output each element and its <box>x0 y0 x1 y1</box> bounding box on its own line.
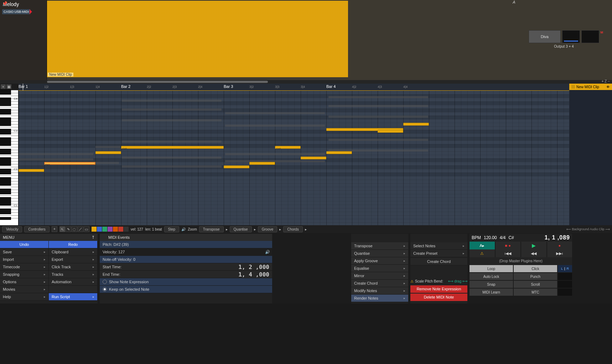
velocity-lane-button[interactable]: Velocity <box>2 226 22 232</box>
menu-item-export[interactable]: Export▸ <box>49 256 98 263</box>
midi-note[interactable] <box>403 123 429 126</box>
settings-icon[interactable]: ▦ <box>6 84 11 89</box>
color-swatch[interactable] <box>92 227 97 232</box>
midi-note[interactable]: G#2 <box>275 146 301 149</box>
output-slot-mute[interactable]: M <box>581 30 599 43</box>
scroll-thumb[interactable] <box>47 81 268 83</box>
controllers-lane-button[interactable]: Controllers <box>24 226 49 232</box>
playhead[interactable] <box>23 84 23 90</box>
audition-icon[interactable]: 🔊 <box>265 250 270 254</box>
scale-pitch-bend[interactable]: ⚠ Scale Pitch Bend: ⟷ drag ⟷ <box>410 278 467 285</box>
create-preset-menu[interactable]: Create Preset▸ <box>410 250 467 257</box>
ab-toggle[interactable]: A▸ <box>470 242 495 249</box>
step-button[interactable]: Step <box>164 226 180 232</box>
midi-note[interactable]: G#2 <box>121 146 224 149</box>
color-swatch[interactable] <box>102 227 107 232</box>
midi-note[interactable] <box>19 169 44 172</box>
menu-item-timecode[interactable]: Timecode▸ <box>0 263 49 271</box>
paint-tool-icon[interactable]: ▭ <box>84 226 89 232</box>
timesig-value[interactable]: 4/4 <box>500 235 506 240</box>
midi-note[interactable] <box>249 162 275 165</box>
midi-note[interactable] <box>301 157 326 159</box>
action-apply-groove[interactable]: Apply Groove▸ <box>351 257 408 265</box>
menu-item-snapping[interactable]: Snapping▸ <box>0 271 49 278</box>
menu-item-save[interactable]: Save▸ <box>0 248 49 256</box>
color-swatch[interactable] <box>108 227 113 232</box>
instrument-slot[interactable]: Diva <box>529 30 561 43</box>
undo-button[interactable]: Undo <box>0 241 49 248</box>
scroll-button[interactable]: Scroll <box>514 281 557 288</box>
menu-item-run-script[interactable]: Run Script▸ <box>49 293 98 301</box>
velocity-readout[interactable]: vel: 127 <box>131 227 143 231</box>
menu-item-movies[interactable]: Movies▸ <box>0 286 49 293</box>
pianoroll-ruler[interactable]: Bar 1Bar 2Bar 3Bar 41|21|31|42|22|32|43|… <box>19 84 569 91</box>
arranger-hscroll[interactable]: + Z − <box>0 80 612 84</box>
select-notes-menu[interactable]: Select Notes▸ <box>410 242 467 250</box>
rtz-button[interactable]: ı◀◀ <box>496 249 521 257</box>
rewind-button[interactable]: ◀◀ <box>521 249 546 257</box>
clip-tab[interactable]: New MIDI Clip 👁 <box>569 84 612 90</box>
menu-item-tracks[interactable]: Tracks▸ <box>49 271 98 278</box>
menu-item-automation[interactable]: Automation▸ <box>49 278 98 286</box>
track-header[interactable]: Melody CASIO USB-MIDI <box>0 0 47 80</box>
pianoroll-grid[interactable]: D#2G#2G#2 <box>19 91 569 225</box>
speaker-icon[interactable]: 🔊 <box>181 227 186 231</box>
groove-button[interactable]: Groove <box>258 226 278 232</box>
loop-button[interactable]: Loop <box>470 265 513 272</box>
zoom-indicator[interactable]: + Z − <box>602 79 610 83</box>
transpose-button[interactable]: Transpose <box>199 226 224 232</box>
midi-clip[interactable]: New MIDI Clip <box>47 1 348 77</box>
eye-icon[interactable]: 👁 <box>606 85 610 89</box>
pencil-tool-icon[interactable]: ✎ <box>66 226 71 232</box>
midi-note[interactable] <box>326 151 352 154</box>
key-value[interactable]: C# <box>508 235 514 240</box>
pointer-tool-icon[interactable]: ↖ <box>59 226 65 232</box>
collapse-icon[interactable]: ⤒ <box>92 235 95 240</box>
midi-note[interactable] <box>224 165 249 168</box>
menu-item-click-track[interactable]: Click Track▸ <box>49 263 98 271</box>
menu-item-import[interactable]: Import▸ <box>0 256 49 263</box>
redo-button[interactable]: Redo <box>49 241 98 248</box>
menu-item-clipboard[interactable]: Clipboard▸ <box>49 248 98 256</box>
lr-indicator[interactable]: L|R <box>558 265 572 272</box>
midi-note[interactable]: D#2 <box>44 162 95 165</box>
action-render-notes[interactable]: Render Notes▸ <box>351 295 408 302</box>
bpm-value[interactable]: 120.00 <box>484 235 497 240</box>
warning-indicator[interactable]: ⚠ <box>470 249 495 257</box>
create-chord-button[interactable]: Create Chord <box>410 258 467 265</box>
autolock-button[interactable]: Auto Lock <box>470 273 513 280</box>
action-equalise[interactable]: Equalise▸ <box>351 265 408 272</box>
add-lane-button[interactable]: + <box>52 226 57 232</box>
color-swatch[interactable] <box>113 227 118 232</box>
midi-note[interactable] <box>95 151 121 154</box>
menu-item-options[interactable]: Options▸ <box>0 278 49 286</box>
ffwd-button[interactable]: ▶▶ı <box>547 249 572 257</box>
chevron-right-icon[interactable]: ▸ <box>279 227 281 231</box>
remove-note-expression-button[interactable]: Remove Note Expression <box>410 285 467 293</box>
master-plugins-drop[interactable]: (Drop Master Plugins Here) <box>470 257 572 265</box>
arrangement-marker[interactable]: A <box>512 0 516 4</box>
pin-icon[interactable]: 📌 <box>2 1 7 6</box>
pitch-field[interactable]: Pitch: D#2 (39) <box>100 241 272 248</box>
action-quantise[interactable]: Quantise▸ <box>351 250 408 257</box>
chevron-right-icon[interactable]: ▸ <box>305 227 307 231</box>
color-swatch[interactable] <box>97 227 102 232</box>
delete-midi-note-button[interactable]: Delete MIDI Note <box>410 294 467 301</box>
line-tool-icon[interactable]: ／ <box>78 226 83 232</box>
chords-button[interactable]: Chords <box>283 226 302 232</box>
action-create-chord[interactable]: Create Chord▸ <box>351 280 408 287</box>
midi-learn-button[interactable]: MIDI Learn <box>470 289 513 296</box>
timecode-display[interactable]: 1, 1 ,089 <box>545 234 570 241</box>
click-button[interactable]: Click <box>514 265 557 272</box>
action-transpose[interactable]: Transpose▸ <box>351 242 408 250</box>
action-mirror[interactable]: Mirror▸ <box>351 272 408 280</box>
color-swatch[interactable] <box>118 227 123 232</box>
quantise-button[interactable]: Quantise <box>230 226 252 232</box>
piano-keyboard[interactable]: C4C3C2C1 <box>0 90 19 225</box>
noteoff-velocity-field[interactable]: Note-off Velocity: 0 <box>100 256 272 263</box>
eraser-tool-icon[interactable]: ◌ <box>72 226 77 232</box>
play-button[interactable]: ▶ <box>521 242 546 249</box>
color-swatches[interactable] <box>92 227 129 232</box>
length-readout[interactable]: len: 1 beat <box>145 227 162 231</box>
punch-button[interactable]: Punch <box>514 273 557 280</box>
